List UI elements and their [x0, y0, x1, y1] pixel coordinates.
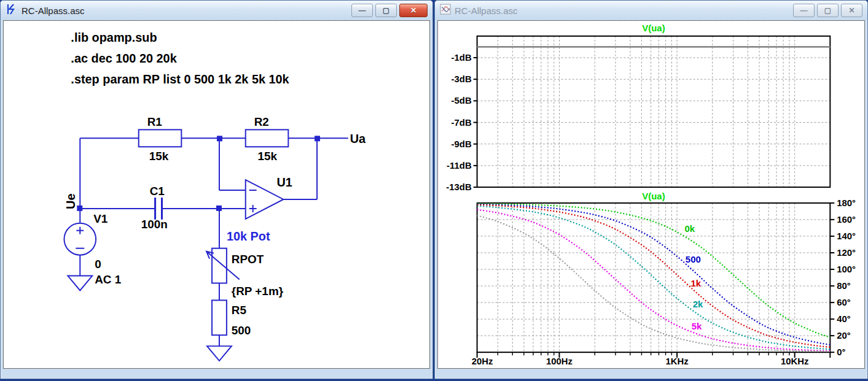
y-tick-label: 100° — [837, 264, 856, 274]
trace-name-title[interactable]: V(ua) — [642, 191, 665, 201]
ltspice-schematic-icon[interactable] — [6, 3, 18, 18]
waveform-canvas[interactable]: -1dB-3dB-5dB-7dB-9dB-11dB-13dBV(ua)180°1… — [437, 20, 865, 369]
maximize-button[interactable]: ▢ — [375, 4, 397, 17]
waveform-plots[interactable]: -1dB-3dB-5dB-7dB-9dB-11dB-13dBV(ua)180°1… — [438, 21, 864, 368]
y-tick-label: 120° — [837, 248, 856, 258]
u1-label[interactable]: U1 — [276, 175, 292, 189]
trace-name-title[interactable]: V(ua) — [642, 23, 665, 33]
ground-icon[interactable] — [68, 276, 92, 291]
window-title: RC-Allpass.asc — [22, 6, 348, 16]
y-tick-label: 180° — [837, 198, 856, 208]
step-label-0k: 0k — [684, 224, 695, 234]
schematic-window-titlebar[interactable]: RC-Allpass.asc — ▢ ✕ — [1, 1, 432, 20]
close-button[interactable]: ✕ — [841, 4, 862, 17]
r1-label[interactable]: R1 — [147, 115, 162, 128]
y-tick-label: -7dB — [452, 118, 472, 128]
x-tick-label: 10KHz — [781, 356, 809, 366]
trace-5k — [477, 210, 831, 351]
pot-comment[interactable]: 10k Pot — [227, 229, 270, 243]
waveform-plot-icon[interactable] — [440, 4, 451, 17]
trace-2k — [477, 206, 831, 350]
junction-dot — [315, 136, 320, 141]
x-tick-label: 100Hz — [546, 356, 573, 366]
rpot-value[interactable]: {RP +1m} — [232, 285, 284, 298]
spice-directive-step[interactable]: .step param RP list 0 500 1k 2k 5k 10k — [71, 72, 289, 86]
y-tick-label: -13dB — [446, 182, 472, 192]
spice-directive-ac[interactable]: .ac dec 100 20 20k — [71, 52, 177, 65]
y-tick-label: 160° — [837, 215, 856, 225]
trace-500 — [477, 204, 831, 345]
step-label-1k: 1k — [691, 279, 702, 288]
net-label-ue[interactable]: Ue — [64, 193, 77, 209]
c1-label[interactable]: C1 — [150, 185, 165, 198]
y-tick-label: 20° — [837, 331, 851, 341]
r1-value[interactable]: 15k — [149, 150, 169, 163]
close-button[interactable]: ✕ — [399, 4, 428, 17]
y-tick-label: -9dB — [452, 139, 472, 149]
voltage-source-v1[interactable] — [64, 223, 96, 255]
junction-dot — [217, 136, 222, 141]
x-tick-label: 1KHz — [665, 356, 688, 366]
v1-value-dc[interactable]: 0 — [95, 258, 101, 271]
resistor-r1[interactable] — [139, 129, 182, 147]
v1-label[interactable]: V1 — [93, 212, 108, 225]
net-label-ua[interactable]: Ua — [350, 132, 366, 145]
junction-dot — [216, 206, 222, 211]
minimize-button[interactable]: — — [793, 4, 815, 17]
y-tick-label: -3dB — [452, 74, 472, 84]
step-label-2k: 2k — [693, 299, 703, 309]
maximize-button[interactable]: ▢ — [817, 4, 839, 17]
spice-directive-lib[interactable]: .lib opamp.sub — [71, 31, 157, 44]
trace-0k — [477, 204, 831, 337]
schematic-window[interactable]: RC-Allpass.asc — ▢ ✕ — [0, 0, 433, 379]
waveform-window[interactable]: RC-Allpass.asc — ▢ ✕ -1dB-3dB-5dB-7dB-9d… — [434, 0, 868, 379]
schematic-canvas[interactable]: .lib opamp.sub .ac dec 100 20 20k .step … — [3, 20, 430, 369]
step-label-500: 500 — [686, 255, 701, 264]
waveform-window-titlebar[interactable]: RC-Allpass.asc — ▢ ✕ — [435, 1, 867, 20]
y-tick-label: 0° — [837, 347, 845, 357]
phase-plot[interactable]: 180°160°140°120°100°80°60°40°20°0°20Hz10… — [472, 191, 856, 366]
y-tick-label: 140° — [837, 231, 856, 241]
r2-value[interactable]: 15k — [258, 150, 278, 163]
window-title: RC-Allpass.asc — [455, 6, 789, 16]
y-tick-label: 40° — [837, 314, 851, 324]
resistor-r5[interactable] — [212, 300, 227, 335]
v1-value-ac[interactable]: AC 1 — [95, 273, 121, 286]
minimize-button[interactable]: — — [351, 4, 373, 17]
trace-1k — [477, 205, 831, 347]
plot-frame — [477, 36, 831, 187]
magnitude-plot[interactable]: -1dB-3dB-5dB-7dB-9dB-11dB-13dBV(ua) — [446, 23, 830, 192]
x-tick-label: 20Hz — [472, 356, 493, 366]
rpot-label[interactable]: RPOT — [232, 253, 264, 266]
resistor-r2[interactable] — [246, 129, 289, 147]
y-tick-label: -5dB — [452, 96, 472, 106]
c1-value[interactable]: 100n — [141, 218, 168, 231]
grid-lines — [477, 36, 831, 187]
r2-label[interactable]: R2 — [254, 115, 269, 128]
y-tick-label: -1dB — [452, 53, 472, 63]
step-label-5k: 5k — [692, 321, 702, 331]
ground-icon[interactable] — [207, 346, 232, 361]
y-tick-label: 60° — [837, 298, 851, 307]
r5-label[interactable]: R5 — [232, 304, 246, 317]
r5-value[interactable]: 500 — [232, 324, 251, 337]
capacitor-c1[interactable] — [155, 198, 162, 220]
y-tick-label: 80° — [837, 281, 851, 291]
y-tick-label: -11dB — [447, 161, 472, 171]
junction-dot — [77, 206, 82, 211]
